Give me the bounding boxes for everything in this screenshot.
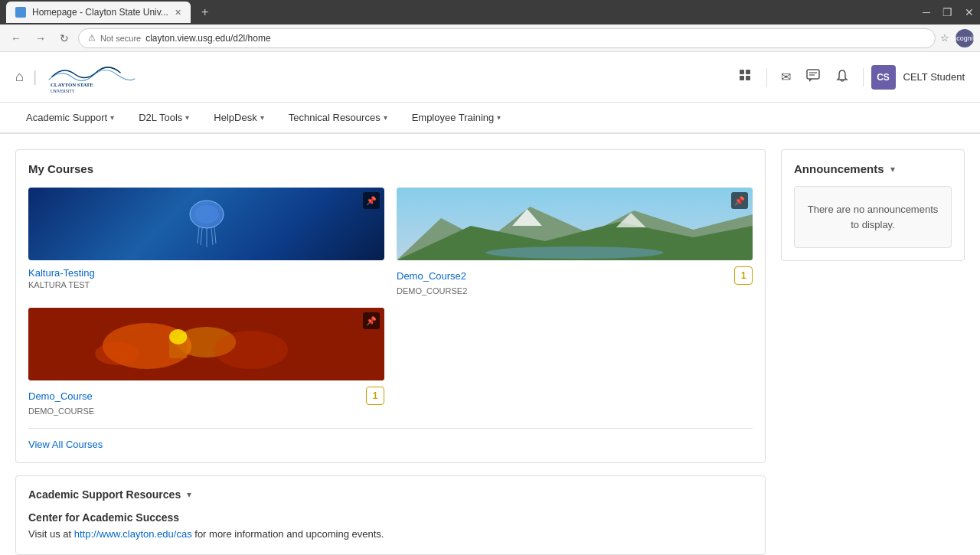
course-badge-demo2: 1 <box>734 266 753 285</box>
svg-point-26 <box>214 331 288 369</box>
header-right: ✉ CS CELT Student <box>733 64 965 90</box>
nav-d2l-tools-chevron: ▾ <box>185 113 189 122</box>
site-header: ⌂ | CLAYTON STATE UNIVERSITY <box>0 52 980 103</box>
header-separator <box>766 68 767 87</box>
announcements-header: Announcements ▾ <box>794 162 952 175</box>
svg-rect-3 <box>746 70 750 74</box>
security-label: Not secure <box>100 34 141 43</box>
nav-technical-resources-chevron: ▾ <box>384 113 387 122</box>
chat-button[interactable] <box>800 64 826 90</box>
bell-icon <box>835 69 849 83</box>
logo-container: CLAYTON STATE UNIVERSITY <box>46 60 138 94</box>
nav-academic-support-label: Academic Support <box>26 112 107 123</box>
course-card-demo2[interactable]: 📌 Demo_Course2 1 DEMO_COURSE2 <box>397 188 753 295</box>
separator <box>28 428 753 429</box>
course-card-demo[interactable]: 📌 Demo_Course 1 DEMO_COURSE <box>28 308 384 416</box>
svg-rect-2 <box>740 70 744 74</box>
mail-button[interactable]: ✉ <box>775 65 797 89</box>
user-initials: CS <box>877 72 890 83</box>
no-announcements-text: There are no announcements to display. <box>808 204 939 230</box>
address-bar[interactable]: ⚠ Not secure clayton.view.usg.edu/d2l/ho… <box>78 28 936 48</box>
content-left: My Courses <box>15 149 766 555</box>
course-badge-demo: 1 <box>366 387 384 405</box>
svg-rect-6 <box>807 70 819 79</box>
cas-link[interactable]: http://www.clayton.edu/cas <box>74 528 192 540</box>
header-separator-2 <box>863 68 864 87</box>
tab-close-button[interactable]: ✕ <box>175 8 181 18</box>
announcements-body: There are no announcements to display. <box>794 186 952 248</box>
view-all-courses-link[interactable]: View All Courses <box>28 439 103 450</box>
user-avatar: CS <box>871 65 896 90</box>
bookmark-icon[interactable]: ☆ <box>940 32 949 44</box>
browser-navbar: ← → ↻ ⚠ Not secure clayton.view.usg.edu/… <box>0 24 980 52</box>
svg-point-21 <box>485 246 664 259</box>
svg-line-12 <box>201 228 202 245</box>
course-code-demo: DEMO_COURSE <box>28 406 384 416</box>
nav-helpdesk-chevron: ▾ <box>260 113 264 122</box>
csu-logo: CLAYTON STATE UNIVERSITY <box>46 60 138 94</box>
svg-line-11 <box>198 227 199 243</box>
course-name-kaltura[interactable]: Kaltura-Testing <box>28 266 384 279</box>
course-name-demo2[interactable]: Demo_Course2 <box>397 270 466 282</box>
nav-d2l-tools[interactable]: D2L Tools ▾ <box>128 103 200 134</box>
close-window-button[interactable]: ✕ <box>965 6 974 18</box>
course-thumb-demo: 📌 <box>28 308 384 380</box>
security-icon: ⚠ <box>88 33 96 43</box>
course-code-kaltura: KALTURA TEST <box>28 280 384 289</box>
main-content: My Courses <box>0 134 980 555</box>
user-name: CELT Student <box>903 71 965 83</box>
resources-title: Academic Support Resources <box>28 488 181 501</box>
content-right: Announcements ▾ There are no announcemen… <box>781 149 965 555</box>
notifications-button[interactable] <box>829 64 855 90</box>
svg-rect-5 <box>746 76 750 80</box>
reload-button[interactable]: ↻ <box>55 29 74 47</box>
course-code-demo2: DEMO_COURSE2 <box>397 286 753 295</box>
courses-grid-row2: 📌 Demo_Course 1 DEMO_COURSE <box>28 308 753 416</box>
my-courses-section: My Courses <box>15 149 766 463</box>
nav-academic-support[interactable]: Academic Support ▾ <box>15 103 125 134</box>
browser-tab[interactable]: Homepage - Clayton State Univ... ✕ <box>6 2 191 23</box>
svg-line-14 <box>211 228 213 245</box>
nav-technical-resources[interactable]: Technical Resources ▾ <box>278 103 398 134</box>
browser-titlebar: Homepage - Clayton State Univ... ✕ + ─ ❐… <box>0 0 980 24</box>
forward-button[interactable]: → <box>31 29 51 47</box>
nav-employee-training-label: Employee Training <box>412 112 495 123</box>
apps-grid-button[interactable] <box>733 64 759 90</box>
nav-employee-training-chevron: ▾ <box>497 113 501 122</box>
warm-decoration <box>28 308 384 380</box>
new-tab-button[interactable]: + <box>197 5 213 19</box>
mountain-decoration <box>397 188 753 260</box>
url-text: clayton.view.usg.edu/d2l/home <box>145 33 270 44</box>
my-courses-title: My Courses <box>28 162 753 175</box>
back-button[interactable]: ← <box>6 29 26 47</box>
cas-text: Visit us at http://www.clayton.edu/cas f… <box>28 527 753 542</box>
chat-icon <box>806 69 820 83</box>
course-header-row-demo: Demo_Course 1 <box>28 387 384 405</box>
course-header-row-demo2: Demo_Course2 1 <box>397 266 753 285</box>
resources-header[interactable]: Academic Support Resources ▾ <box>28 488 753 501</box>
pin-icon-demo2: 📌 <box>731 192 748 209</box>
resources-chevron: ▾ <box>187 489 191 500</box>
minimize-button[interactable]: ─ <box>923 6 930 18</box>
nav-employee-training[interactable]: Employee Training ▾ <box>401 103 512 134</box>
course-name-demo[interactable]: Demo_Course <box>28 390 93 402</box>
browser-chrome: Homepage - Clayton State Univ... ✕ + ─ ❐… <box>0 0 980 52</box>
nav-helpdesk[interactable]: HelpDesk ▾ <box>203 103 274 134</box>
svg-point-28 <box>169 329 187 344</box>
courses-grid: 📌 Kaltura-Testing KALTURA TEST <box>28 188 753 295</box>
svg-point-25 <box>95 342 139 365</box>
home-icon-link[interactable]: ⌂ <box>15 69 24 85</box>
course-thumb-kaltura: 📌 <box>28 188 384 260</box>
svg-text:CLAYTON STATE: CLAYTON STATE <box>51 82 93 87</box>
incognito-avatar: Incognito <box>956 29 974 47</box>
window-controls: ─ ❐ ✕ <box>923 6 974 18</box>
site-nav: Academic Support ▾ D2L Tools ▾ HelpDesk … <box>0 103 980 134</box>
header-divider: | <box>33 68 37 86</box>
announcements-title: Announcements <box>794 162 884 175</box>
maximize-button[interactable]: ❐ <box>942 6 952 18</box>
tab-title: Homepage - Clayton State Univ... <box>32 7 168 18</box>
page-content: ⌂ | CLAYTON STATE UNIVERSITY <box>0 52 980 555</box>
tab-favicon <box>15 7 26 18</box>
svg-rect-4 <box>740 76 744 80</box>
course-card-kaltura[interactable]: 📌 Kaltura-Testing KALTURA TEST <box>28 188 384 295</box>
